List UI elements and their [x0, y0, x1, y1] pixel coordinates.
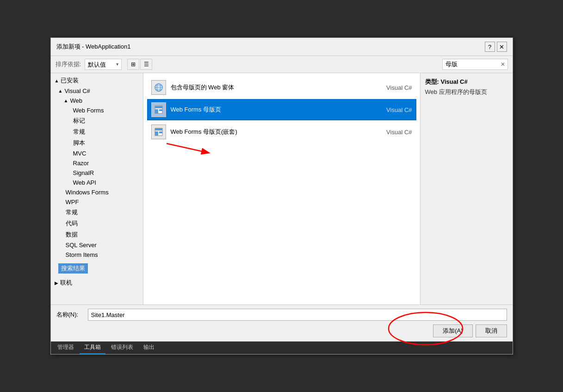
title-bar-buttons: ? ✕ — [485, 42, 507, 52]
sidebar-lianjie[interactable]: ▶ 联机 — [51, 277, 143, 288]
list-item-0[interactable]: 包含母版页的 Web 窗体 Visual C# — [147, 77, 416, 98]
sidebar-visual-cs-children: ▲ Web Web Forms 标记 常规 脚本 MVC Razor Signa… — [55, 96, 143, 260]
sort-select[interactable]: 默认值 名称 类型 — [85, 59, 122, 70]
tab-output[interactable]: 输出 — [139, 342, 159, 354]
list-item-2[interactable]: Web Forms 母版页(嵌套) Visual C# — [147, 121, 416, 143]
title-bar: 添加新项 - WebApplication1 ? ✕ — [51, 38, 513, 56]
search-box: ✕ — [442, 59, 508, 70]
item-category-1: Visual C# — [366, 106, 412, 113]
dialog-title: 添加新项 - WebApplication1 — [56, 43, 131, 51]
installed-arrow-icon: ▲ — [55, 78, 59, 83]
add-new-item-dialog: 添加新项 - WebApplication1 ? ✕ 排序依据: 默认值 名称 … — [50, 37, 513, 355]
search-clear-button[interactable]: ✕ — [498, 59, 507, 69]
sidebar-item-shuju[interactable]: 数据 — [60, 229, 143, 240]
bottom-section: 名称(N): 添加(A) 取消 — [51, 305, 513, 341]
sidebar-item-webapi[interactable]: Web API — [68, 178, 143, 187]
installed-label: 已安装 — [61, 76, 79, 85]
visual-cs-label: Visual C# — [64, 87, 90, 94]
grid-view-button[interactable]: ⊞ — [127, 59, 139, 70]
visual-cs-arrow-icon: ▲ — [58, 88, 63, 93]
sidebar-item-jiaoben[interactable]: 脚本 — [68, 137, 143, 149]
sidebar-item-stormitems[interactable]: Storm Items — [60, 250, 143, 260]
item-category-0: Visual C# — [366, 84, 412, 91]
sidebar-item-changgui1[interactable]: 常规 — [68, 126, 143, 137]
buttons-row: 添加(A) 取消 — [56, 324, 507, 337]
lianjie-label: 联机 — [60, 279, 72, 287]
sidebar: ▲ 已安装 ▲ Visual C# ▲ Web Web Forms 标记 常 — [51, 73, 143, 305]
info-panel: 类型: Visual C# Web 应用程序的母版页 — [420, 73, 513, 305]
search-results-button[interactable]: 搜索结果 — [58, 263, 88, 274]
sidebar-item-changgui2[interactable]: 常规 — [60, 207, 143, 218]
item-name-1: Web Forms 母版页 — [171, 106, 366, 114]
item-icon-globe — [151, 80, 166, 95]
svg-rect-12 — [159, 131, 162, 133]
sidebar-item-webforms[interactable]: Web Forms — [68, 106, 143, 115]
svg-rect-6 — [155, 106, 162, 108]
name-row: 名称(N): — [56, 309, 507, 321]
name-input[interactable] — [88, 309, 507, 321]
sidebar-item-daima[interactable]: 代码 — [60, 218, 143, 229]
tab-errors[interactable]: 错误列表 — [106, 342, 138, 354]
item-list: 包含母版页的 Web 窗体 Visual C# Web Forms 母版页 — [147, 77, 416, 143]
sidebar-item-razor[interactable]: Razor — [68, 158, 143, 168]
sidebar-item-signalr[interactable]: SignalR — [68, 168, 143, 178]
cancel-button[interactable]: 取消 — [476, 324, 507, 337]
view-icons: ⊞ ☰ — [127, 59, 152, 70]
search-results-wrapper: 搜索结果 — [55, 261, 139, 275]
sidebar-installed[interactable]: ▲ 已安装 — [51, 75, 143, 86]
tab-manager[interactable]: 管理器 — [53, 342, 79, 354]
svg-rect-11 — [155, 131, 158, 136]
bottom-tabs: 管理器 工具箱 错误列表 输出 — [51, 341, 513, 354]
info-type: 类型: Visual C# — [425, 78, 508, 86]
sidebar-web-children: Web Forms 标记 常规 脚本 MVC Razor SignalR Web… — [60, 106, 143, 187]
svg-rect-10 — [155, 128, 162, 131]
sidebar-item-wpf[interactable]: WPF — [60, 197, 143, 207]
sidebar-web[interactable]: ▲ Web — [60, 96, 143, 106]
help-button[interactable]: ? — [485, 42, 495, 52]
add-button[interactable]: 添加(A) — [433, 324, 472, 337]
sidebar-installed-children: ▲ Visual C# ▲ Web Web Forms 标记 常规 脚本 MVC… — [51, 86, 143, 260]
close-button[interactable]: ✕ — [497, 42, 507, 52]
item-icon-masterpage-2 — [151, 124, 166, 139]
name-label: 名称(N): — [56, 311, 84, 319]
toolbar: 排序依据: 默认值 名称 类型 ⊞ ☰ ✕ — [51, 56, 513, 73]
item-category-2: Visual C# — [366, 129, 412, 136]
svg-rect-8 — [159, 109, 162, 111]
sidebar-item-biaoji[interactable]: 标记 — [68, 115, 143, 126]
list-view-button[interactable]: ☰ — [140, 59, 152, 70]
sort-dropdown-wrapper[interactable]: 默认值 名称 类型 — [85, 59, 122, 70]
list-item-1[interactable]: Web Forms 母版页 Visual C# — [147, 99, 416, 120]
item-name-0: 包含母版页的 Web 窗体 — [171, 83, 366, 92]
sidebar-visual-cs[interactable]: ▲ Visual C# — [55, 86, 143, 96]
lianjie-arrow-icon: ▶ — [55, 280, 58, 286]
main-content: ▲ 已安装 ▲ Visual C# ▲ Web Web Forms 标记 常 — [51, 73, 513, 305]
svg-rect-7 — [155, 109, 158, 113]
item-icon-masterpage-1 — [151, 102, 166, 117]
web-label: Web — [70, 97, 82, 104]
content-area: 包含母版页的 Web 窗体 Visual C# Web Forms 母版页 — [143, 73, 420, 305]
item-name-2: Web Forms 母版页(嵌套) — [171, 128, 366, 136]
search-input[interactable] — [443, 59, 498, 69]
sort-label: 排序依据: — [56, 60, 81, 68]
tab-toolbox[interactable]: 工具箱 — [80, 342, 105, 354]
info-description: Web 应用程序的母版页 — [425, 88, 508, 96]
sidebar-item-windowsforms[interactable]: Windows Forms — [60, 187, 143, 197]
web-arrow-icon: ▲ — [64, 98, 68, 103]
sidebar-item-mvc[interactable]: MVC — [68, 149, 143, 158]
sidebar-item-sqlserver[interactable]: SQL Server — [60, 240, 143, 250]
